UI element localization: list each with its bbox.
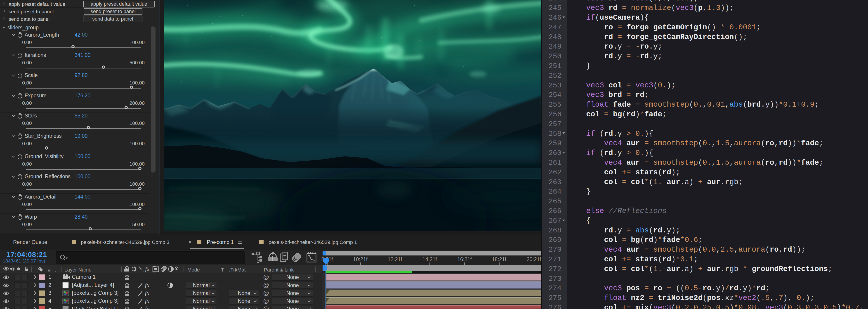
svg-text:fx: fx [145, 266, 149, 273]
